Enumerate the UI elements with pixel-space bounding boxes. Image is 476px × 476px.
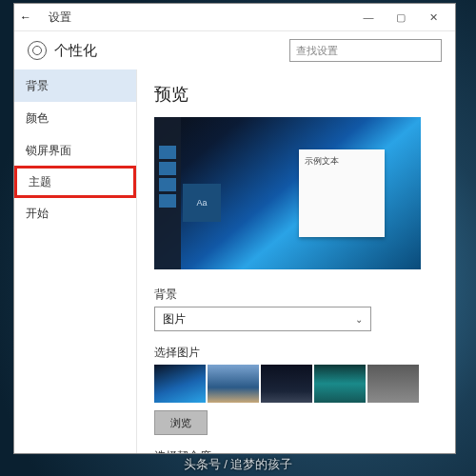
sidebar-item-start[interactable]: 开始 [14,197,136,229]
sidebar-item-label: 背景 [26,78,49,94]
sidebar-item-background[interactable]: 背景 [14,69,136,102]
preview-sample-window: 示例文本 [299,149,385,237]
sidebar-item-label: 主题 [29,174,51,190]
preview-tile: Aa [183,184,221,222]
thumbnail[interactable] [154,365,206,403]
fit-label: 选择契合度 [154,448,438,453]
sidebar-item-lockscreen[interactable]: 锁屏界面 [14,134,136,167]
back-icon[interactable]: ← [20,10,31,24]
thumbnail[interactable] [314,365,366,403]
sidebar-item-themes[interactable]: 主题 [14,166,136,198]
minimize-icon[interactable]: — [352,7,385,28]
titlebar: ← 设置 — ▢ ✕ [14,4,455,31]
chevron-down-icon: ⌄ [355,314,363,325]
browse-label: 浏览 [170,416,191,430]
page-title: 个性化 [54,42,97,60]
sidebar-item-colors[interactable]: 颜色 [14,102,136,134]
search-placeholder: 查找设置 [296,44,338,58]
content-pane: 预览 Aa 示例文本 背景 图片 ⌄ 选择图片 [137,69,455,453]
close-icon[interactable]: ✕ [417,7,449,28]
window-title: 设置 [49,10,71,26]
thumbnail[interactable] [261,365,312,403]
background-label: 背景 [154,287,438,303]
watermark: 头条号 / 追梦的孩子 [0,456,476,473]
nav-controls: ← 设置 [20,10,71,26]
browse-button[interactable]: 浏览 [154,410,208,435]
preview-sample-text: 示例文本 [305,156,339,166]
settings-window: ← 设置 — ▢ ✕ 个性化 查找设置 背景 颜色 锁屏界面 主题 开始 [13,3,456,454]
image-thumbnails [154,365,438,403]
dropdown-value: 图片 [163,311,186,327]
choose-image-label: 选择图片 [154,345,438,361]
maximize-icon[interactable]: ▢ [385,7,417,28]
gear-icon [28,41,47,60]
sidebar-item-label: 颜色 [26,110,49,127]
desktop: ← 设置 — ▢ ✕ 个性化 查找设置 背景 颜色 锁屏界面 主题 开始 [0,0,476,476]
header: 个性化 查找设置 [14,31,455,69]
sidebar: 背景 颜色 锁屏界面 主题 开始 [14,69,137,453]
background-dropdown[interactable]: 图片 ⌄ [154,307,371,331]
preview-image: Aa 示例文本 [154,117,421,269]
thumbnail[interactable] [208,365,259,403]
thumbnail[interactable] [367,365,419,403]
search-input[interactable]: 查找设置 [289,39,442,62]
preview-heading: 预览 [154,83,438,106]
sidebar-item-label: 锁屏界面 [26,143,71,159]
preview-taskbar [154,117,181,269]
sidebar-item-label: 开始 [26,206,49,222]
